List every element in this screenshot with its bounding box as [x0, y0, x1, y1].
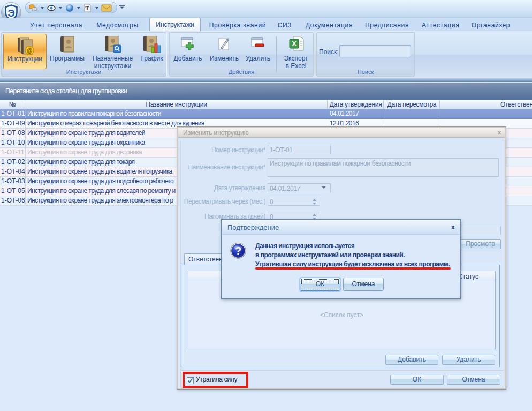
svg-text:X: X — [292, 40, 297, 48]
svg-text:T: T — [85, 5, 89, 11]
svg-text:?: ? — [235, 245, 241, 257]
svg-text:Э: Э — [7, 8, 15, 19]
svg-text:@: @ — [27, 47, 33, 54]
